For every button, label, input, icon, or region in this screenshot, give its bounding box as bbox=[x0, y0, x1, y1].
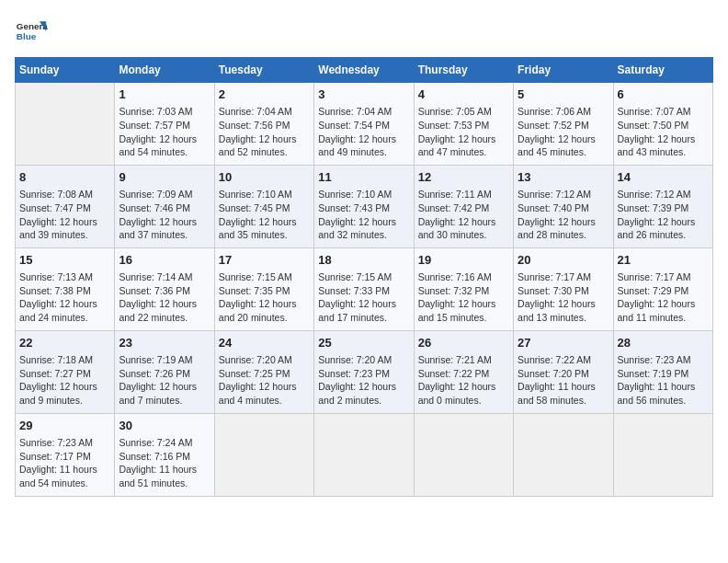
calendar-cell: 17Sunrise: 7:15 AMSunset: 7:35 PMDayligh… bbox=[214, 247, 313, 330]
day-number: 14 bbox=[618, 169, 709, 186]
day-number: 19 bbox=[418, 252, 509, 269]
calendar-week-row: 22Sunrise: 7:18 AMSunset: 7:27 PMDayligh… bbox=[16, 330, 713, 413]
calendar-cell: 29Sunrise: 7:23 AMSunset: 7:17 PMDayligh… bbox=[16, 413, 115, 496]
calendar-header-row: SundayMondayTuesdayWednesdayThursdayFrid… bbox=[16, 58, 713, 83]
calendar-cell bbox=[314, 413, 414, 496]
calendar-cell bbox=[414, 413, 513, 496]
day-number: 3 bbox=[318, 86, 409, 103]
calendar-table: SundayMondayTuesdayWednesdayThursdayFrid… bbox=[15, 57, 713, 497]
calendar-cell: 16Sunrise: 7:14 AMSunset: 7:36 PMDayligh… bbox=[115, 247, 214, 330]
day-number: 21 bbox=[618, 252, 709, 269]
calendar-cell: 6Sunrise: 7:07 AMSunset: 7:50 PMDaylight… bbox=[613, 83, 712, 166]
logo-icon: General Blue bbox=[15, 15, 48, 48]
calendar-cell: 12Sunrise: 7:11 AMSunset: 7:42 PMDayligh… bbox=[414, 165, 513, 247]
day-number: 13 bbox=[518, 169, 609, 186]
page-header: General Blue bbox=[15, 15, 713, 48]
calendar-cell: 4Sunrise: 7:05 AMSunset: 7:53 PMDaylight… bbox=[414, 83, 513, 166]
calendar-cell: 8Sunrise: 7:08 AMSunset: 7:47 PMDaylight… bbox=[16, 165, 115, 247]
day-number: 5 bbox=[518, 86, 609, 103]
header-monday: Monday bbox=[115, 58, 214, 83]
calendar-cell: 30Sunrise: 7:24 AMSunset: 7:16 PMDayligh… bbox=[115, 413, 214, 496]
calendar-cell: 21Sunrise: 7:17 AMSunset: 7:29 PMDayligh… bbox=[613, 247, 712, 330]
calendar-cell: 15Sunrise: 7:13 AMSunset: 7:38 PMDayligh… bbox=[16, 247, 115, 330]
day-number: 26 bbox=[418, 335, 509, 351]
day-number: 16 bbox=[119, 252, 210, 269]
day-number: 30 bbox=[119, 418, 210, 434]
day-number: 9 bbox=[119, 169, 210, 186]
header-saturday: Saturday bbox=[613, 58, 712, 83]
logo: General Blue bbox=[15, 15, 48, 48]
day-number: 1 bbox=[119, 86, 210, 103]
calendar-week-row: 8Sunrise: 7:08 AMSunset: 7:47 PMDaylight… bbox=[16, 165, 713, 247]
calendar-cell: 24Sunrise: 7:20 AMSunset: 7:25 PMDayligh… bbox=[214, 330, 313, 413]
day-number: 28 bbox=[618, 335, 709, 351]
day-number: 27 bbox=[518, 335, 609, 351]
day-number: 18 bbox=[318, 252, 409, 269]
calendar-cell: 2Sunrise: 7:04 AMSunset: 7:56 PMDaylight… bbox=[214, 83, 313, 166]
calendar-cell bbox=[16, 83, 115, 166]
header-friday: Friday bbox=[514, 58, 613, 83]
calendar-cell: 5Sunrise: 7:06 AMSunset: 7:52 PMDaylight… bbox=[514, 83, 613, 166]
calendar-cell: 10Sunrise: 7:10 AMSunset: 7:45 PMDayligh… bbox=[214, 165, 313, 247]
day-number: 10 bbox=[219, 169, 310, 186]
day-number: 12 bbox=[418, 169, 509, 186]
calendar-cell: 19Sunrise: 7:16 AMSunset: 7:32 PMDayligh… bbox=[414, 247, 513, 330]
calendar-cell bbox=[613, 413, 712, 496]
calendar-cell bbox=[214, 413, 313, 496]
header-wednesday: Wednesday bbox=[314, 58, 414, 83]
calendar-cell: 3Sunrise: 7:04 AMSunset: 7:54 PMDaylight… bbox=[314, 83, 414, 166]
calendar-cell: 18Sunrise: 7:15 AMSunset: 7:33 PMDayligh… bbox=[314, 247, 414, 330]
day-number: 11 bbox=[318, 169, 409, 186]
header-sunday: Sunday bbox=[16, 58, 115, 83]
calendar-cell: 25Sunrise: 7:20 AMSunset: 7:23 PMDayligh… bbox=[314, 330, 414, 413]
calendar-cell: 11Sunrise: 7:10 AMSunset: 7:43 PMDayligh… bbox=[314, 165, 414, 247]
calendar-week-row: 29Sunrise: 7:23 AMSunset: 7:17 PMDayligh… bbox=[16, 413, 713, 496]
calendar-cell: 22Sunrise: 7:18 AMSunset: 7:27 PMDayligh… bbox=[16, 330, 115, 413]
calendar-week-row: 15Sunrise: 7:13 AMSunset: 7:38 PMDayligh… bbox=[16, 247, 713, 330]
calendar-cell: 20Sunrise: 7:17 AMSunset: 7:30 PMDayligh… bbox=[514, 247, 613, 330]
day-number: 6 bbox=[618, 86, 709, 103]
day-number: 2 bbox=[219, 86, 310, 103]
calendar-cell: 23Sunrise: 7:19 AMSunset: 7:26 PMDayligh… bbox=[115, 330, 214, 413]
day-number: 4 bbox=[418, 86, 509, 103]
day-number: 25 bbox=[318, 335, 409, 351]
day-number: 15 bbox=[19, 252, 110, 269]
header-thursday: Thursday bbox=[414, 58, 513, 83]
calendar-cell: 1Sunrise: 7:03 AMSunset: 7:57 PMDaylight… bbox=[115, 83, 214, 166]
calendar-cell: 26Sunrise: 7:21 AMSunset: 7:22 PMDayligh… bbox=[414, 330, 513, 413]
day-number: 29 bbox=[19, 418, 110, 434]
day-number: 22 bbox=[19, 335, 110, 351]
calendar-cell: 9Sunrise: 7:09 AMSunset: 7:46 PMDaylight… bbox=[115, 165, 214, 247]
day-number: 24 bbox=[219, 335, 310, 351]
calendar-week-row: 1Sunrise: 7:03 AMSunset: 7:57 PMDaylight… bbox=[16, 83, 713, 166]
day-number: 20 bbox=[518, 252, 609, 269]
day-number: 23 bbox=[119, 335, 210, 351]
calendar-cell bbox=[514, 413, 613, 496]
svg-text:Blue: Blue bbox=[17, 31, 37, 41]
calendar-cell: 27Sunrise: 7:22 AMSunset: 7:20 PMDayligh… bbox=[514, 330, 613, 413]
calendar-cell: 14Sunrise: 7:12 AMSunset: 7:39 PMDayligh… bbox=[613, 165, 712, 247]
calendar-cell: 28Sunrise: 7:23 AMSunset: 7:19 PMDayligh… bbox=[613, 330, 712, 413]
day-number: 8 bbox=[19, 169, 110, 186]
header-tuesday: Tuesday bbox=[214, 58, 313, 83]
calendar-cell: 13Sunrise: 7:12 AMSunset: 7:40 PMDayligh… bbox=[514, 165, 613, 247]
day-number: 17 bbox=[219, 252, 310, 269]
